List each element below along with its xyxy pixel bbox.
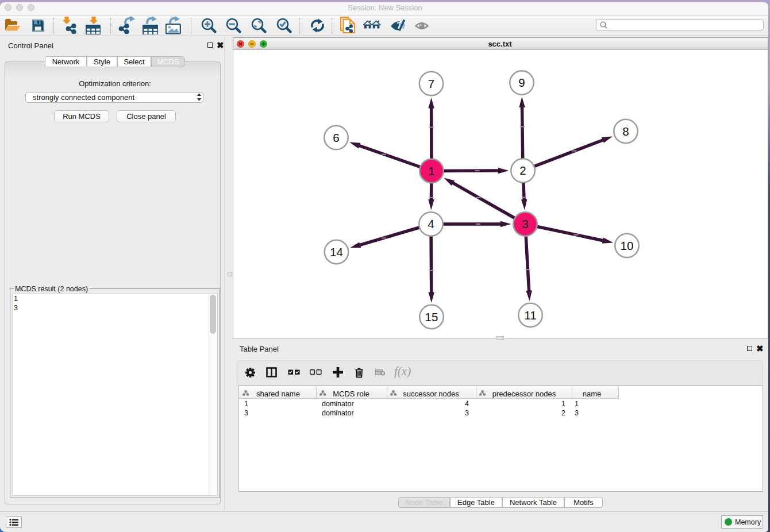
svg-text:10: 10: [621, 239, 634, 252]
svg-text:14: 14: [330, 245, 343, 259]
svg-text:4: 4: [428, 217, 434, 230]
svg-text:8: 8: [622, 125, 629, 138]
svg-text:6: 6: [333, 131, 339, 144]
svg-text:3: 3: [522, 217, 528, 230]
svg-text:15: 15: [425, 310, 438, 323]
svg-text:7: 7: [428, 77, 434, 90]
svg-text:9: 9: [518, 76, 525, 89]
svg-text:2: 2: [519, 164, 526, 177]
svg-text:1: 1: [428, 164, 434, 178]
svg-text:11: 11: [524, 309, 536, 322]
